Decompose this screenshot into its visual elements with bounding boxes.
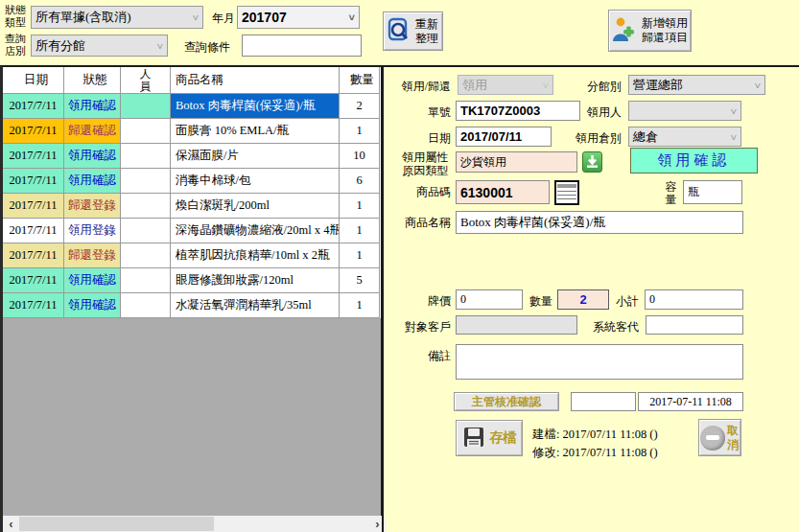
status-type-select[interactable]: 所有單據(含取消) ˅ — [31, 6, 203, 29]
date-label: 日期 — [393, 130, 451, 147]
qty-input[interactable] — [557, 289, 609, 310]
refresh-button-label: 重新整理 — [414, 17, 438, 46]
table-cell-date[interactable]: 2017/7/11 — [3, 119, 64, 144]
table-cell-person[interactable] — [121, 268, 171, 293]
table-row[interactable]: 2017/7/11領用確認消毒中棉球/包6 — [3, 169, 381, 194]
scrollbar-thumb[interactable] — [19, 517, 214, 531]
use-return-label: 領用/歸還 — [393, 79, 451, 95]
reason-input[interactable] — [456, 151, 577, 173]
cancel-button[interactable]: 取消 — [698, 419, 741, 456]
table-cell-person[interactable] — [121, 94, 171, 119]
user-select[interactable]: ˅ — [628, 101, 741, 121]
table-cell-qty[interactable]: 6 — [340, 169, 380, 194]
table-cell-date[interactable]: 2017/7/11 — [3, 243, 64, 268]
table-cell-status[interactable]: 歸還登錄 — [64, 243, 121, 268]
table-row[interactable]: 2017/7/11領用確認Botox 肉毒桿菌(保妥適)/瓶2 — [3, 94, 381, 119]
product-lookup-button[interactable] — [554, 180, 579, 205]
table-cell-person[interactable] — [121, 243, 171, 268]
table-row[interactable]: 2017/7/11歸還登錄煥白潔斑乳/200ml1 — [3, 194, 381, 219]
yearmonth-label: 年月 — [212, 11, 235, 27]
table-cell-date[interactable]: 2017/7/11 — [3, 219, 64, 243]
add-item-button-label: 新增領用歸還項目 — [641, 16, 688, 45]
status-type-label: 狀態類型 — [5, 4, 27, 29]
subtotal-input[interactable] — [645, 289, 743, 310]
price-label: 牌價 — [401, 293, 451, 310]
table-row[interactable]: 2017/7/11領用確認眼唇修護卸妝露/120ml5 — [3, 268, 381, 293]
scroll-left-icon[interactable]: ‹ — [3, 516, 19, 532]
table-cell-person[interactable] — [121, 169, 171, 194]
table-cell-qty[interactable]: 2 — [340, 94, 380, 119]
table-cell-date[interactable]: 2017/7/11 — [3, 268, 64, 293]
table-cell-qty[interactable]: 1 — [340, 243, 380, 268]
table-empty-area — [3, 318, 381, 518]
table-cell-status[interactable]: 領用確認 — [64, 144, 121, 169]
date-input[interactable] — [456, 127, 552, 147]
branch-select[interactable]: 營運總部 ˅ — [628, 75, 765, 95]
table-cell-qty[interactable]: 1 — [340, 293, 380, 318]
table-cell-product[interactable]: 眼唇修護卸妝露/120ml — [171, 268, 340, 293]
cancel-button-label: 取消 — [726, 424, 740, 452]
product-name-input[interactable] — [456, 211, 743, 234]
table-cell-product[interactable]: Botox 肉毒桿菌(保妥適)/瓶 — [171, 94, 340, 119]
table-cell-product[interactable]: 消毒中棉球/包 — [171, 169, 340, 194]
table-cell-product[interactable]: 水凝活氧彈潤精華乳/35ml — [171, 293, 340, 318]
table-row[interactable]: 2017/7/11歸還登錄植萃肌因抗痕精華/10ml x 2瓶1 — [3, 243, 381, 268]
table-cell-person[interactable] — [121, 194, 171, 219]
table-cell-qty[interactable]: 1 — [340, 119, 380, 144]
refresh-button[interactable]: 重新整理 — [383, 12, 443, 51]
yearmonth-value: 201707 — [242, 10, 287, 25]
condition-input[interactable] — [242, 35, 362, 57]
table-cell-product[interactable]: 深海晶鑽礦物濃縮液/20ml x 4瓶 — [171, 219, 340, 243]
store-filter-select[interactable]: 所有分館 ˅ — [31, 35, 168, 57]
table-cell-product[interactable]: 植萃肌因抗痕精華/10ml x 2瓶 — [171, 243, 340, 268]
download-reason-button[interactable] — [582, 151, 602, 173]
horizontal-scrollbar[interactable]: ‹ › — [3, 516, 386, 532]
table-row[interactable]: 2017/7/11歸還確認面膜膏 10% EMLA/瓶1 — [3, 119, 381, 144]
syscode-input[interactable] — [646, 315, 743, 335]
table-cell-date[interactable]: 2017/7/11 — [3, 194, 64, 219]
doc-no-label: 單號 — [393, 104, 451, 121]
warehouse-select[interactable]: 總倉 ˅ — [628, 127, 741, 147]
table-cell-qty[interactable]: 1 — [340, 219, 380, 243]
stock-table-header: 日期狀態人員商品名稱數量 — [3, 67, 381, 94]
table-cell-status[interactable]: 領用確認 — [64, 268, 121, 293]
add-item-button[interactable]: 新增領用歸還項目 — [608, 10, 692, 52]
approve-field-input[interactable] — [571, 392, 636, 411]
table-cell-qty[interactable]: 10 — [340, 144, 380, 169]
table-cell-person[interactable] — [121, 144, 171, 169]
table-cell-qty[interactable]: 1 — [340, 194, 380, 219]
table-cell-status[interactable]: 領用確認 — [64, 94, 121, 119]
approve-time-input[interactable] — [638, 392, 743, 411]
yearmonth-select[interactable]: 201707 ˅ — [237, 6, 360, 29]
capacity-input[interactable] — [683, 180, 742, 204]
table-cell-person[interactable] — [121, 219, 171, 243]
table-row[interactable]: 2017/7/11領用登錄深海晶鑽礦物濃縮液/20ml x 4瓶1 — [3, 219, 381, 243]
table-cell-qty[interactable]: 5 — [340, 268, 380, 293]
table-cell-status[interactable]: 領用確認 — [64, 169, 121, 194]
note-label: 備註 — [401, 348, 451, 364]
minus-circle-icon — [700, 426, 725, 451]
table-cell-date[interactable]: 2017/7/11 — [3, 94, 64, 119]
table-cell-product[interactable]: 保濕面膜/片 — [171, 144, 340, 169]
table-cell-status[interactable]: 歸還確認 — [64, 119, 121, 144]
table-cell-person[interactable] — [121, 293, 171, 318]
table-cell-status[interactable]: 領用確認 — [64, 293, 121, 318]
save-button[interactable]: 存檔 — [456, 420, 523, 456]
product-code-input[interactable] — [456, 180, 550, 204]
table-cell-date[interactable]: 2017/7/11 — [3, 169, 64, 194]
table-cell-status[interactable]: 領用登錄 — [64, 219, 121, 243]
doc-no-input[interactable] — [456, 101, 580, 121]
table-cell-date[interactable]: 2017/7/11 — [3, 144, 64, 169]
price-input[interactable] — [456, 289, 523, 310]
approve-button[interactable]: 主管核准確認 — [454, 392, 559, 411]
table-cell-date[interactable]: 2017/7/11 — [3, 293, 64, 318]
note-textarea[interactable] — [456, 344, 743, 380]
use-confirm-button[interactable]: 領用確認 — [630, 148, 758, 173]
table-cell-status[interactable]: 歸還登錄 — [64, 194, 121, 219]
table-row[interactable]: 2017/7/11領用確認保濕面膜/片10 — [3, 144, 381, 169]
table-cell-person[interactable] — [121, 119, 171, 144]
table-cell-product[interactable]: 煥白潔斑乳/200ml — [171, 194, 340, 219]
table-cell-product[interactable]: 面膜膏 10% EMLA/瓶 — [171, 119, 340, 144]
branch-value: 營運總部 — [633, 77, 683, 94]
table-row[interactable]: 2017/7/11領用確認水凝活氧彈潤精華乳/35ml1 — [3, 293, 381, 318]
